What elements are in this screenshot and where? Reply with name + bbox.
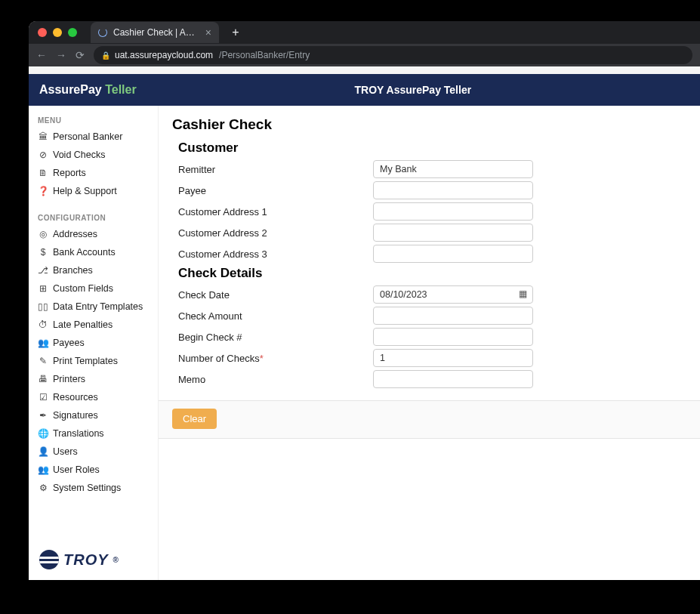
sidebar-item-translations[interactable]: 🌐Translations [29,424,158,443]
customfields-icon: ⊞ [38,283,48,294]
sidebar-footer: TROY® [29,539,158,580]
menu-section-label: MENU [29,113,158,128]
checkamount-label: Check Amount [178,310,373,322]
page-title: Cashier Check [172,116,686,133]
addr1-input[interactable] [373,202,533,221]
section-checkdetails: Check Details [178,266,686,281]
row-memo: Memo [172,370,686,388]
sidebar-item-help-support[interactable]: ❓Help & Support [29,182,158,200]
app-header: AssurePay Teller TROY AssurePay Teller [29,74,700,106]
address-bar[interactable]: 🔒 uat.assurepaycloud.com/PersonalBanker/… [94,46,692,64]
begincheck-label: Begin Check # [178,332,373,343]
row-remitter: Remitter [172,160,686,178]
sidebar-item-printers[interactable]: 🖶Printers [29,370,158,388]
maximize-window-icon[interactable] [68,28,77,37]
remitter-label: Remitter [178,164,373,175]
payee-input[interactable] [373,181,533,199]
begincheck-input[interactable] [373,328,533,346]
tab-title: Cashier Check | AssurePayClou… [113,27,199,38]
sidebar-item-personal-banker[interactable]: 🏛Personal Banker [29,128,158,146]
menu-item-label: Addresses [53,229,97,239]
help-icon: ❓ [38,186,48,196]
close-tab-icon[interactable]: × [205,26,211,39]
addr3-label: Customer Address 3 [178,248,373,260]
sidebar-item-print-templates[interactable]: ✎Print Templates [29,352,158,370]
new-tab-button[interactable]: + [227,23,245,42]
main-content: Cashier Check Customer Remitter Payee Cu… [159,106,700,580]
app-body: MENU 🏛Personal Banker⊘Void Checks🗎Report… [29,106,700,580]
sidebar-item-system-settings[interactable]: ⚙System Settings [29,479,158,497]
sidebar: MENU 🏛Personal Banker⊘Void Checks🗎Report… [29,106,159,580]
systemsettings-icon: ⚙ [38,483,48,493]
memo-input[interactable] [373,370,533,388]
window-controls [38,28,77,37]
bankaccounts-icon: $ [38,247,48,258]
troy-mark-icon [39,550,59,569]
sidebar-item-bank-accounts[interactable]: $Bank Accounts [29,243,158,261]
numchecks-label: Number of Checks* [178,353,373,364]
menu-item-label: System Settings [53,483,121,493]
numchecks-input[interactable] [373,349,533,367]
row-checkdate: Check Date ▦ [172,285,686,304]
row-numchecks: Number of Checks* [172,349,686,367]
row-addr1: Customer Address 1 [172,202,686,221]
translations-icon: 🌐 [38,428,48,439]
sidebar-item-late-penalties[interactable]: ⏱Late Penalties [29,316,158,334]
menu-item-label: Void Checks [53,150,105,160]
browser-tab[interactable]: Cashier Check | AssurePayClou… × [91,22,219,43]
reload-icon[interactable]: ⟳ [76,49,85,61]
brand-main: AssurePay [39,83,102,96]
checkamount-input[interactable] [373,307,533,325]
menu-item-label: Data Entry Templates [53,301,143,312]
row-addr3: Customer Address 3 [172,245,686,263]
row-checkamount: Check Amount [172,307,686,325]
header-title: TROY AssurePay Teller [137,84,689,96]
sidebar-item-custom-fields[interactable]: ⊞Custom Fields [29,279,158,298]
sidebar-item-branches[interactable]: ⎇Branches [29,261,158,279]
remitter-input[interactable] [373,160,533,178]
brand-sub: Teller [105,83,137,96]
signatures-icon: ✒ [38,410,48,421]
menu-item-label: Print Templates [53,356,118,366]
sidebar-item-signatures[interactable]: ✒Signatures [29,406,158,424]
sidebar-item-users[interactable]: 👤Users [29,443,158,461]
tab-strip: Cashier Check | AssurePayClou… × + [29,21,700,44]
config-section-label: CONFIGURATION [29,211,158,225]
addr2-input[interactable] [373,224,533,242]
browser-chrome: Cashier Check | AssurePayClou… × + ← → ⟳… [29,21,700,66]
close-window-icon[interactable] [38,28,47,37]
addr2-label: Customer Address 2 [178,227,373,239]
addresses-icon: ◎ [38,229,48,239]
resources-icon: ☑ [38,392,48,403]
sidebar-item-resources[interactable]: ☑Resources [29,388,158,406]
troy-logo: TROY® [39,550,147,569]
row-payee: Payee [172,181,686,199]
sidebar-item-data-entry-templates[interactable]: ▯▯Data Entry Templates [29,298,158,316]
printers-icon: 🖶 [38,374,48,384]
forward-icon[interactable]: → [56,49,66,61]
menu-item-label: Branches [53,265,93,276]
users-icon: 👤 [38,446,48,457]
menu-item-label: Bank Accounts [53,247,116,258]
sidebar-item-addresses[interactable]: ◎Addresses [29,225,158,243]
minimize-window-icon[interactable] [53,28,62,37]
top-gap [29,66,700,74]
sidebar-item-reports[interactable]: 🗎Reports [29,164,158,182]
row-begincheck: Begin Check # [172,328,686,346]
page-content: AssurePay Teller TROY AssurePay Teller M… [29,66,700,580]
section-customer: Customer [178,140,686,156]
sidebar-item-void-checks[interactable]: ⊘Void Checks [29,146,158,164]
latepenalties-icon: ⏱ [38,319,48,330]
menu-item-label: Printers [53,374,85,384]
menu-item-label: Late Penalties [53,319,113,330]
menu-item-label: Personal Banker [53,131,122,142]
menu-item-label: Users [53,446,78,457]
back-icon[interactable]: ← [36,49,47,61]
sidebar-item-user-roles[interactable]: 👥User Roles [29,461,158,479]
branches-icon: ⎇ [38,265,48,276]
sidebar-item-payees[interactable]: 👥Payees [29,334,158,352]
addr3-input[interactable] [373,245,533,263]
checkdate-input[interactable] [373,285,533,304]
clear-button[interactable]: Clear [172,409,217,429]
menu-item-label: Help & Support [53,186,117,196]
